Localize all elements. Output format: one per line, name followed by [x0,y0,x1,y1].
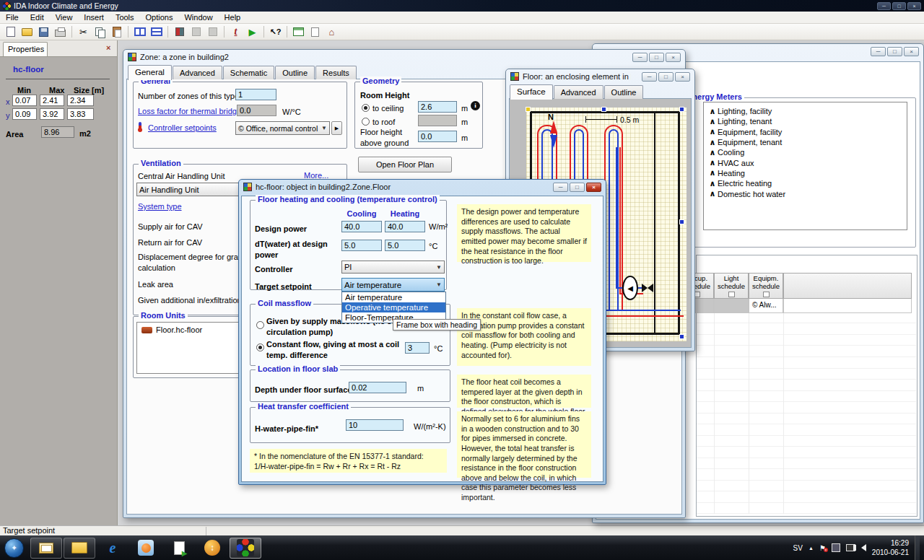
context-help-icon[interactable]: ↖? [268,25,283,39]
dropdown-option-air[interactable]: Air temperature [342,292,445,302]
design-power-heating-field[interactable] [385,221,425,232]
copy-icon[interactable] [92,25,108,39]
show-desktop-button[interactable] [915,535,920,560]
panel-close-icon[interactable]: × [106,43,110,52]
light-schedule-header[interactable]: Lightschedule [714,273,749,299]
close-icon[interactable]: × [675,72,690,82]
meter-item[interactable]: ∧Electric heating [707,178,907,188]
corner-handle[interactable] [679,334,684,339]
y-max-field[interactable] [40,108,64,120]
new-icon[interactable] [3,25,18,39]
minimize-icon[interactable]: ─ [642,72,657,82]
tab-outline[interactable]: Outline [275,66,315,79]
equipm-schedule-header[interactable]: Equipm.schedule [749,273,783,299]
print-icon[interactable] [53,25,68,39]
x-min-field[interactable] [12,95,37,106]
cut-icon[interactable]: ✂ [76,25,91,39]
taskbar-document-run[interactable] [163,538,195,559]
tab-advanced[interactable]: Advanced [173,66,222,79]
tab-surface[interactable]: Surface [510,84,553,100]
floor-height-field[interactable] [418,131,457,142]
close-icon[interactable]: × [904,47,919,56]
corner-handle[interactable] [679,107,684,112]
text-tool-icon[interactable]: t [228,25,243,39]
maximize-icon[interactable]: □ [649,53,664,62]
depth-field[interactable] [349,382,406,393]
setpoints-combo[interactable]: © Office, normal control▼ [235,121,330,135]
tab-advanced[interactable]: Advanced [554,85,603,99]
zones-field[interactable] [235,89,276,100]
tab-general[interactable]: General [128,65,172,80]
loss-factor-link[interactable]: Loss factor for thermal bridges [138,107,245,115]
corner-handle[interactable] [526,107,531,112]
meter-item[interactable]: ∧Equipment, facility [707,127,907,137]
target-setpoint-combo[interactable]: Air temperature▼ [341,278,445,292]
minimize-icon[interactable]: ─ [632,53,648,62]
menu-window[interactable]: Window [178,12,218,22]
action-center-flag-icon[interactable]: ⚑× [819,544,826,552]
meter-item[interactable]: ∧Cooling [707,147,907,157]
building-bodies-icon[interactable]: ⌂ [324,25,339,39]
y-size-field[interactable] [67,108,94,120]
maximize-icon[interactable]: □ [887,47,902,56]
clock[interactable]: 16:29 2010-06-21 [872,538,909,557]
meter-item[interactable]: ∧Lighting, facility [707,106,907,116]
menu-help[interactable]: Help [219,12,247,22]
zone-tool-icon[interactable] [172,25,187,39]
supply-massflow-radio[interactable] [256,321,264,329]
tab-schematic[interactable]: Schematic [223,66,274,79]
close-icon[interactable]: × [666,53,681,62]
constant-flow-radio[interactable] [256,344,264,351]
tab-results[interactable]: Results [315,66,357,79]
to-ceiling-radio[interactable] [362,104,370,112]
start-button[interactable]: ✦ [4,538,24,558]
meter-item[interactable]: ∧HVAC aux [707,157,907,167]
x-max-field[interactable] [40,95,64,106]
taskbar-explorer[interactable] [64,538,95,559]
minimize-icon[interactable]: ─ [553,183,568,192]
dt-cooling-field[interactable] [341,240,382,251]
minimize-icon[interactable]: ─ [871,47,886,56]
maximize-icon[interactable]: □ [570,183,585,192]
edge-handle[interactable] [679,219,684,224]
menu-file[interactable]: File [0,12,25,22]
open-icon[interactable] [19,25,35,39]
menu-view[interactable]: View [50,12,79,22]
taskbar-ida-ice[interactable] [230,538,261,559]
taskbar-internet-explorer[interactable]: e [97,538,128,559]
maximize-icon[interactable]: □ [658,72,674,82]
meter-item[interactable]: ∧Heating [707,168,907,178]
schedule-cell-value[interactable]: © Alw... [749,299,783,313]
properties-tab[interactable]: Properties [3,42,48,56]
menu-options[interactable]: Options [140,12,179,22]
hidden-icons-chevron[interactable]: ▲ [808,546,814,551]
tab-outline[interactable]: Outline [604,85,644,99]
system-type-link[interactable]: System type [138,202,182,211]
setpoints-expand-button[interactable]: ▶ [331,121,342,135]
report-table-icon[interactable] [291,25,306,39]
meter-item[interactable]: ∧Equipment, tenant [707,137,907,147]
dt-heating-field[interactable] [385,240,425,251]
language-indicator[interactable]: SV [793,544,803,552]
run-simulation-icon[interactable]: ▶ [245,25,260,39]
controller-setpoints-link[interactable]: Controller setpoints [148,123,217,132]
menu-tools[interactable]: Tools [110,12,140,22]
info-icon[interactable]: i [471,101,480,110]
open-floor-plan-button[interactable]: Open Floor Plan [358,157,452,172]
to-roof-radio[interactable] [362,118,370,126]
dropdown-option-operative[interactable]: Operative temperature [342,302,445,312]
x-size-field[interactable] [67,95,94,106]
taskbar-updown-app[interactable]: ↕ [196,538,228,559]
y-min-field[interactable] [12,108,37,120]
circulation-pump-icon[interactable]: ◀ [622,276,638,300]
close-icon[interactable]: × [586,183,601,192]
h-water-pipe-fin-field[interactable] [346,419,404,431]
split-vertical-icon[interactable] [132,25,147,39]
paste-icon[interactable] [109,25,124,39]
design-power-cooling-field[interactable] [341,221,382,232]
minimize-icon[interactable]: ─ [877,2,891,10]
edge-handle[interactable] [601,107,606,112]
meter-item[interactable]: ∧Lighting, tenant [707,116,907,126]
save-icon[interactable] [36,25,51,39]
clipboard-viewer-icon[interactable] [308,25,323,39]
